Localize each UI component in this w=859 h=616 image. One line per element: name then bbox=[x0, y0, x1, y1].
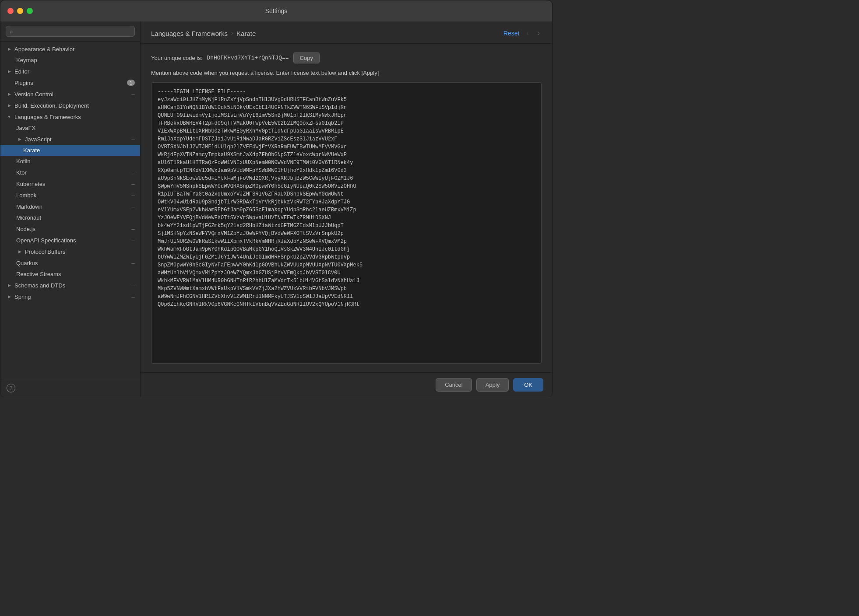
sidebar-list: ▶ Appearance & Behavior Keymap ▶ Editor … bbox=[0, 42, 140, 379]
search-input[interactable] bbox=[15, 28, 131, 35]
sidebar-item-nodejs[interactable]: Node.js – bbox=[0, 223, 140, 234]
sidebar-item-version-control[interactable]: ▶ Version Control – bbox=[0, 88, 140, 100]
window-controls bbox=[7, 8, 33, 14]
breadcrumb: Languages & Frameworks › Karate bbox=[151, 30, 256, 37]
close-button[interactable] bbox=[7, 8, 14, 14]
ok-button[interactable]: OK bbox=[513, 378, 543, 392]
hint-text: Mention above code when you request a li… bbox=[151, 70, 542, 76]
sidebar-item-kotlin[interactable]: Kotlin bbox=[0, 156, 140, 167]
sidebar-item-plugins[interactable]: Plugins 1 bbox=[0, 77, 140, 88]
bottom-bar: Cancel Apply OK bbox=[141, 372, 552, 397]
dash-icon: – bbox=[131, 237, 135, 244]
sidebar-item-label: Node.js bbox=[16, 226, 130, 232]
sidebar-item-javafx[interactable]: JavaFX bbox=[0, 122, 140, 133]
dash-icon: – bbox=[131, 192, 135, 199]
sidebar-item-label: Karate bbox=[23, 147, 135, 154]
sidebar-item-reactive-streams[interactable]: Reactive Streams bbox=[0, 269, 140, 280]
dash-icon: – bbox=[131, 136, 135, 143]
reset-button[interactable]: Reset bbox=[503, 30, 520, 37]
sidebar-item-ktor[interactable]: Ktor – bbox=[0, 167, 140, 178]
expand-icon: ▶ bbox=[6, 46, 13, 52]
plugins-badge: 1 bbox=[127, 80, 135, 86]
nav-forward-button[interactable]: › bbox=[536, 28, 542, 38]
help-button[interactable]: ? bbox=[7, 384, 15, 392]
sidebar-footer: ? bbox=[0, 379, 140, 397]
window-title: Settings bbox=[265, 7, 288, 14]
sidebar-item-build-exec[interactable]: ▶ Build, Execution, Deployment bbox=[0, 100, 140, 111]
dash-icon: – bbox=[131, 203, 135, 210]
sidebar-item-label: Keymap bbox=[16, 57, 135, 63]
sidebar-item-label: Reactive Streams bbox=[16, 271, 135, 277]
header-actions: Reset ‹ › bbox=[503, 28, 542, 38]
expand-icon: ▶ bbox=[6, 91, 13, 98]
sidebar-item-spring[interactable]: ▶ Spring – bbox=[0, 291, 140, 302]
sidebar-item-label: Micronaut bbox=[16, 214, 135, 221]
sidebar-item-label: Version Control bbox=[14, 91, 130, 98]
copy-button[interactable]: Copy bbox=[293, 52, 320, 63]
sidebar-item-label: Spring bbox=[14, 294, 130, 300]
unique-code-value: DhHOFKHvd7XYTi+rQnNTJQ== bbox=[207, 55, 289, 61]
content-area: Languages & Frameworks › Karate Reset ‹ … bbox=[141, 21, 552, 397]
expand-icon-placeholder bbox=[6, 79, 13, 86]
expand-icon: ▶ bbox=[6, 293, 13, 300]
sidebar-item-label: JavaScript bbox=[25, 136, 130, 143]
sidebar-item-editor[interactable]: ▶ Editor bbox=[0, 66, 140, 77]
sidebar-item-label: JavaFX bbox=[16, 125, 135, 131]
search-icon: ⌕ bbox=[10, 28, 13, 35]
help-label: ? bbox=[10, 385, 13, 391]
minimize-button[interactable] bbox=[17, 8, 23, 14]
dash-icon: – bbox=[131, 282, 135, 289]
breadcrumb-parent: Languages & Frameworks bbox=[151, 30, 228, 37]
sidebar-item-label: Quarkus bbox=[16, 260, 130, 266]
breadcrumb-separator: › bbox=[231, 30, 233, 36]
sidebar-item-appearance[interactable]: ▶ Appearance & Behavior bbox=[0, 43, 140, 55]
sidebar-item-keymap[interactable]: Keymap bbox=[0, 55, 140, 66]
sidebar-item-schemas-dtds[interactable]: ▶ Schemas and DTDs – bbox=[0, 280, 140, 291]
main-layout: ⌕ ▶ Appearance & Behavior Keymap ▶ Edito… bbox=[0, 21, 552, 397]
license-text: -----BEGIN LICENSE FILE----- eyJzaWci0iJ… bbox=[158, 88, 535, 308]
expand-icon: ▼ bbox=[6, 113, 13, 120]
dash-icon: – bbox=[131, 180, 135, 187]
sidebar-item-label: Kotlin bbox=[16, 158, 135, 164]
sidebar-item-kubernetes[interactable]: Kubernetes – bbox=[0, 178, 140, 189]
nav-back-button[interactable]: ‹ bbox=[525, 28, 530, 38]
sidebar-item-markdown[interactable]: Markdown – bbox=[0, 201, 140, 212]
sidebar-item-languages-frameworks[interactable]: ▼ Languages & Frameworks bbox=[0, 111, 140, 122]
sidebar: ⌕ ▶ Appearance & Behavior Keymap ▶ Edito… bbox=[0, 21, 141, 397]
sidebar-item-label: Languages & Frameworks bbox=[14, 114, 135, 120]
sidebar-item-openapi[interactable]: OpenAPI Specifications – bbox=[0, 234, 140, 246]
dash-icon: – bbox=[131, 91, 135, 98]
sidebar-item-lombok[interactable]: Lombok – bbox=[0, 189, 140, 201]
apply-button[interactable]: Apply bbox=[476, 378, 509, 392]
dash-icon: – bbox=[131, 225, 135, 232]
dash-icon: – bbox=[131, 259, 135, 266]
sidebar-item-label: Ktor bbox=[16, 169, 130, 176]
sidebar-item-karate[interactable]: Karate bbox=[0, 145, 140, 156]
cancel-button[interactable]: Cancel bbox=[436, 378, 472, 392]
sidebar-item-label: Schemas and DTDs bbox=[14, 282, 130, 289]
sidebar-item-label: Build, Execution, Deployment bbox=[14, 102, 135, 109]
breadcrumb-current: Karate bbox=[236, 30, 256, 37]
sidebar-item-label: OpenAPI Specifications bbox=[16, 237, 130, 244]
sidebar-item-label: Markdown bbox=[16, 203, 130, 210]
sidebar-item-javascript[interactable]: ▶ JavaScript – bbox=[0, 133, 140, 145]
search-box-wrap: ⌕ bbox=[0, 21, 140, 42]
expand-icon: ▶ bbox=[6, 102, 13, 109]
sidebar-item-quarkus[interactable]: Quarkus – bbox=[0, 257, 140, 269]
content-header: Languages & Frameworks › Karate Reset ‹ … bbox=[141, 21, 552, 44]
sidebar-item-label: Plugins bbox=[14, 80, 125, 86]
license-textarea-wrap[interactable]: -----BEGIN LICENSE FILE----- eyJzaWci0iJ… bbox=[151, 82, 542, 364]
sidebar-item-label: Kubernetes bbox=[16, 181, 130, 187]
sidebar-item-micronaut[interactable]: Micronaut bbox=[0, 212, 140, 223]
unique-code-label: Your unique code is: bbox=[151, 55, 202, 61]
sidebar-item-label: Protocol Buffers bbox=[25, 248, 135, 255]
unique-code-row: Your unique code is: DhHOFKHvd7XYTi+rQnN… bbox=[151, 52, 542, 63]
title-bar: Settings bbox=[0, 0, 552, 21]
expand-icon: ▶ bbox=[6, 282, 13, 289]
maximize-button[interactable] bbox=[27, 8, 33, 14]
sidebar-item-label: Appearance & Behavior bbox=[14, 46, 135, 52]
search-box[interactable]: ⌕ bbox=[6, 26, 135, 37]
sidebar-item-protocol-buffers[interactable]: ▶ Protocol Buffers bbox=[0, 246, 140, 257]
expand-icon: ▶ bbox=[16, 136, 23, 143]
expand-icon: ▶ bbox=[16, 248, 23, 255]
